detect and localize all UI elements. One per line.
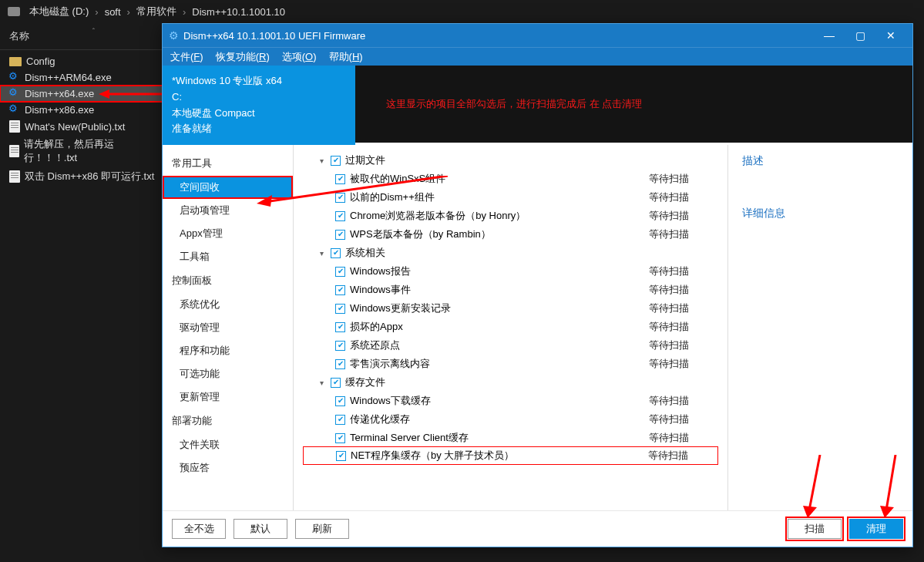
checkbox[interactable] [335,396,345,406]
tree-item[interactable]: 以前的Dism++组件等待扫描 [303,188,718,207]
file-name: 请先解压，然后再运行！！！.txt [24,137,155,165]
checkbox[interactable] [335,267,345,277]
collapse-icon[interactable]: ▾ [317,156,326,165]
nav-item[interactable]: 驱动管理 [163,316,293,339]
item-status: 等待扫描 [649,301,718,315]
item-label: 损坏的Appx [350,320,644,334]
checkbox[interactable] [335,322,345,332]
crumb[interactable]: soft [105,6,121,18]
txt-icon [9,120,20,133]
checkbox[interactable] [335,341,345,351]
menu-h[interactable]: 帮助(H) [329,50,363,64]
menu-f[interactable]: 文件(F) [170,50,203,64]
nav-item[interactable]: 文件关联 [163,433,293,456]
item-label: Windows下载缓存 [350,394,644,408]
file-name: What's New(Public).txt [25,121,125,133]
gear-icon [9,72,20,83]
info-heading-description: 描述 [742,154,899,168]
file-row[interactable]: 请先解压，然后再运行！！！.txt [0,135,164,167]
file-row[interactable]: What's New(Public).txt [0,118,164,135]
tree-item[interactable]: 被取代的WinSxS组件等待扫描 [303,170,718,188]
checkbox[interactable] [336,451,346,461]
checkbox[interactable] [335,174,345,184]
item-label: 被取代的WinSxS组件 [350,172,644,186]
tree-group[interactable]: ▾缓存文件 [303,373,718,392]
menu-o[interactable]: 选项(O) [282,50,317,64]
tree-item[interactable]: 损坏的Appx等待扫描 [303,318,718,336]
refresh-button[interactable]: 刷新 [295,519,349,539]
clean-button[interactable]: 清理 [849,519,903,539]
item-status: 等待扫描 [649,264,718,278]
column-label: 名称 [9,30,29,42]
gear-icon: ⚙ [169,29,179,42]
nav-item[interactable]: 预应答 [163,456,293,480]
txt-icon [9,170,20,183]
checkbox[interactable] [331,248,341,258]
gear-icon [9,105,20,116]
tree-item[interactable]: Windows事件等待扫描 [303,281,718,299]
nav-item[interactable]: 系统优化 [163,293,293,316]
item-status: 等待扫描 [649,209,718,223]
gear-icon [9,89,20,99]
collapse-icon[interactable]: ▾ [317,379,326,387]
nav-item[interactable]: 可选功能 [163,362,293,385]
select-none-button[interactable]: 全不选 [172,519,226,539]
file-row[interactable]: Dism++x86.exe [0,102,164,118]
os-info-panel[interactable]: *Windows 10 专业版 x64 C: 本地硬盘 Compact 准备就绪 [163,66,355,145]
dism-window: ⚙ Dism++x64 10.1.1001.10 UEFI Firmware —… [162,23,913,547]
tree-item[interactable]: 传递优化缓存等待扫描 [303,410,718,429]
checkbox[interactable] [335,193,345,203]
checkbox[interactable] [335,230,345,240]
chevron-right-icon: › [127,6,130,18]
collapse-icon[interactable]: ▾ [317,249,326,257]
tree-item[interactable]: Windows更新安装记录等待扫描 [303,299,718,318]
checkbox[interactable] [331,156,341,166]
checkbox[interactable] [335,304,345,314]
os-edition: *Windows 10 专业版 x64 [172,73,346,89]
file-row[interactable]: Dism++ARM64.exe [0,69,164,86]
menu-r[interactable]: 恢复功能(R) [216,50,270,64]
nav-item[interactable]: 程序和功能 [163,339,293,362]
default-button[interactable]: 默认 [234,519,287,539]
checkbox[interactable] [335,359,345,369]
crumb[interactable]: 常用软件 [136,5,176,19]
nav-item[interactable]: 更新管理 [163,385,293,409]
scan-button[interactable]: 扫描 [788,519,842,539]
column-header-name[interactable]: 名称 ˆ [0,23,164,50]
checkbox[interactable] [335,211,345,221]
minimize-button[interactable]: — [814,25,845,46]
tree-item[interactable]: Terminal Server Client缓存等待扫描 [303,429,718,447]
tree-item[interactable]: Windows报告等待扫描 [303,262,718,281]
nav-item[interactable]: 启动项管理 [163,199,293,222]
nav-item[interactable]: 空间回收 [163,176,293,199]
file-row[interactable]: Config [0,53,164,69]
titlebar[interactable]: ⚙ Dism++x64 10.1.1001.10 UEFI Firmware —… [163,24,912,47]
tree-item[interactable]: Chrome浏览器老版本备份（by Honry）等待扫描 [303,207,718,225]
item-status: 等待扫描 [649,190,718,204]
tree-group[interactable]: ▾系统相关 [303,244,718,262]
txt-icon [9,145,19,157]
close-button[interactable]: ✕ [875,25,906,46]
crumb[interactable]: Dism++10.1.1001.10 [192,6,285,18]
explorer-panel: 名称 ˆ ConfigDism++ARM64.exeDism++x64.exeD… [0,23,164,562]
maximize-button[interactable]: ▢ [845,25,875,46]
file-row[interactable]: 双击 Dism++x86 即可运行.txt [0,167,164,186]
checkbox[interactable] [335,433,345,443]
tree-group[interactable]: ▾过期文件 [303,151,718,170]
checkbox[interactable] [335,415,345,425]
crumb[interactable]: 本地磁盘 (D:) [29,5,89,19]
file-row[interactable]: Dism++x64.exe [0,86,164,102]
file-name: Dism++x86.exe [25,104,94,116]
item-status: 等待扫描 [649,394,718,408]
tree-item[interactable]: NET程序集缓存（by 大胖子技术员）等待扫描 [303,446,718,465]
nav-item[interactable]: Appx管理 [163,222,293,245]
checkbox[interactable] [335,285,345,295]
checkbox[interactable] [331,378,341,388]
tree-item[interactable]: Windows下载缓存等待扫描 [303,392,718,410]
nav-item[interactable]: 工具箱 [163,245,293,268]
tree-item[interactable]: WPS老版本备份（by Rambin）等待扫描 [303,225,718,244]
tree-item[interactable]: 零售演示离线内容等待扫描 [303,355,718,373]
tree-item[interactable]: 系统还原点等待扫描 [303,336,718,355]
item-label: 系统还原点 [350,338,644,352]
item-status: 等待扫描 [649,283,718,297]
